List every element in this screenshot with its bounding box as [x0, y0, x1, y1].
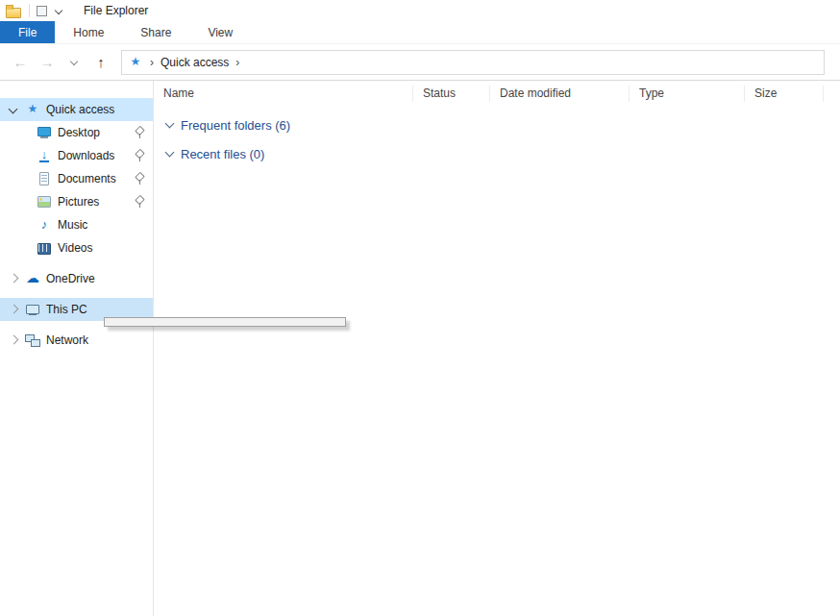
tree-expander-chevron-icon[interactable]	[6, 302, 21, 317]
column-headers: Name Status Date modified Type Size	[154, 81, 840, 106]
nav-button-up-arrow[interactable]	[88, 50, 113, 75]
tree-expander-chevron-icon[interactable]	[17, 171, 33, 186]
desktop-icon	[37, 125, 52, 140]
column-header-status[interactable]: Status	[413, 86, 490, 102]
sidebar-item-label: This PC	[46, 303, 87, 316]
sidebar-item-quick-access[interactable]: Quick access	[0, 98, 153, 121]
group-title: Recent files (0)	[181, 147, 264, 161]
ribbon-tab-home[interactable]: Home	[55, 21, 122, 43]
group-header-recent-files[interactable]: Recent files (0)	[154, 144, 840, 163]
tree-expander-chevron-icon[interactable]	[17, 125, 33, 140]
downloads-icon	[37, 148, 52, 163]
toolbar-divider	[29, 4, 30, 17]
ribbon-tab-file[interactable]: File	[0, 21, 55, 43]
sidebar-item-label: Downloads	[58, 149, 114, 162]
sidebar-item-label: Desktop	[58, 126, 100, 139]
up-arrow-icon	[93, 55, 109, 70]
sidebar-item-label: Pictures	[58, 195, 99, 209]
group-title: Frequent folders (6)	[181, 118, 290, 133]
tree-expander-chevron-icon[interactable]	[17, 194, 33, 209]
sidebar-item-label: Quick access	[46, 103, 114, 116]
videos-icon	[37, 240, 52, 256]
ribbon-tabs: File Home Share View	[0, 21, 840, 44]
customize-toolbar-chevron-icon[interactable]	[54, 6, 63, 15]
pinned-pin-icon	[134, 149, 145, 162]
column-header-type[interactable]: Type	[630, 86, 745, 102]
window-body: Quick access Desktop Downloads	[0, 81, 840, 616]
explorer-folder-icon[interactable]	[5, 3, 22, 18]
collapse-group-chevron-icon[interactable]	[163, 147, 177, 160]
documents-icon	[37, 171, 52, 186]
quickaccess-icon	[128, 55, 143, 70]
sidebar-item-pictures[interactable]: Pictures	[0, 190, 153, 213]
nav-button-forward-arrow[interactable]	[35, 50, 60, 75]
pinned-pin-icon	[134, 195, 145, 209]
music-icon	[37, 217, 52, 233]
pinned-pin-icon	[134, 172, 145, 185]
tree-expander-chevron-icon[interactable]	[6, 271, 21, 286]
sidebar-item-videos[interactable]: Videos	[0, 236, 153, 259]
column-header-name[interactable]: Name	[154, 86, 413, 102]
sidebar-item-label: Network	[46, 333, 88, 347]
sidebar-item-onedrive[interactable]: OneDrive	[0, 267, 153, 290]
thispc-icon	[25, 302, 40, 317]
quickaccess-icon	[25, 102, 40, 117]
breadcrumb-separator-icon[interactable]: ›	[229, 56, 246, 69]
pinned-pin-icon	[134, 126, 145, 139]
nav-button-recent-locations-chevron[interactable]	[62, 50, 86, 75]
back-arrow-icon	[12, 55, 28, 70]
address-bar[interactable]: › Quick access ›	[121, 50, 825, 75]
tree-expander-chevron-icon[interactable]	[17, 148, 33, 163]
sidebar-item-documents[interactable]: Documents	[0, 167, 153, 190]
ribbon-tab-share[interactable]: Share	[122, 21, 189, 43]
navigation-pane: Quick access Desktop Downloads	[0, 81, 154, 616]
forward-arrow-icon	[39, 55, 55, 70]
sidebar-item-label: Videos	[58, 241, 92, 255]
window-title: File Explorer	[84, 4, 148, 17]
pictures-icon	[37, 194, 52, 209]
sidebar-item-label: Music	[58, 218, 87, 232]
onedrive-icon	[25, 271, 40, 286]
column-header-size[interactable]: Size	[745, 86, 824, 102]
tree-expander-chevron-icon[interactable]	[17, 240, 33, 256]
file-explorer-window: File Explorer File Home Share View	[0, 0, 840, 616]
sidebar-item-label: OneDrive	[46, 272, 95, 285]
group-header-frequent-folders[interactable]: Frequent folders (6)	[154, 115, 840, 135]
recent-locations-chevron-icon	[66, 55, 82, 70]
ribbon-tab-view[interactable]: View	[189, 21, 251, 43]
nav-buttons	[8, 50, 113, 75]
nav-button-back-arrow[interactable]	[8, 50, 33, 75]
sidebar-item-music[interactable]: Music	[0, 213, 153, 236]
navigation-bar: › Quick access ›	[0, 44, 840, 81]
tree-expander-chevron-icon[interactable]	[6, 102, 21, 117]
network-icon	[25, 333, 40, 348]
context-menu	[104, 317, 346, 327]
column-header-date-modified[interactable]: Date modified	[490, 86, 630, 102]
tree-expander-chevron-icon[interactable]	[6, 333, 21, 348]
sidebar-item-label: Documents	[58, 172, 116, 185]
breadcrumb-separator-icon[interactable]: ›	[143, 56, 161, 69]
file-list-pane: Name Status Date modified Type Size Freq…	[154, 81, 840, 616]
sidebar-item-desktop[interactable]: Desktop	[0, 121, 153, 144]
sidebar-item-network[interactable]: Network	[0, 329, 153, 352]
quick-access-toolbar-button-icon[interactable]	[37, 6, 47, 16]
title-bar: File Explorer	[0, 0, 840, 21]
breadcrumb-location[interactable]: Quick access	[161, 56, 229, 69]
collapse-group-chevron-icon[interactable]	[163, 118, 177, 132]
sidebar-item-downloads[interactable]: Downloads	[0, 144, 153, 167]
tree-expander-chevron-icon[interactable]	[17, 217, 33, 233]
